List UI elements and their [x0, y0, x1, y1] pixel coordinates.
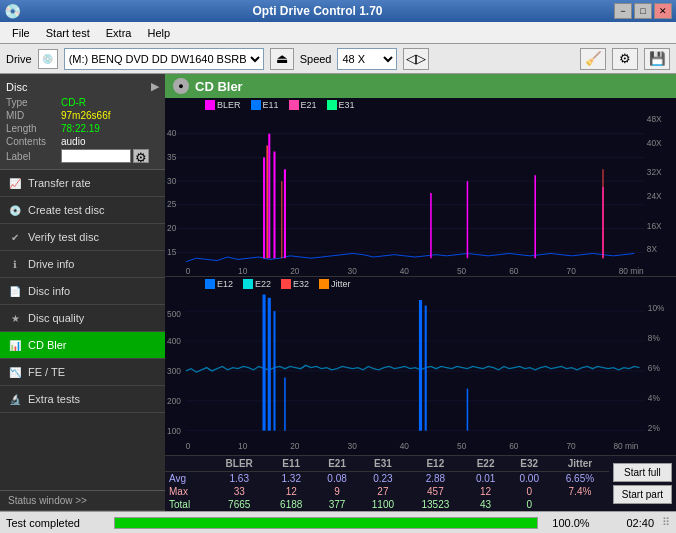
eject-button[interactable]: ⏏ — [270, 48, 294, 70]
sidebar-label-disc-quality: Disc quality — [28, 312, 84, 324]
cell-max-e32: 0 — [507, 485, 551, 498]
svg-text:40X: 40X — [647, 137, 662, 148]
svg-text:4%: 4% — [648, 393, 660, 403]
row-label-total: Total — [165, 498, 211, 511]
sidebar-item-fe-te[interactable]: 📉 FE / TE — [0, 359, 165, 386]
create-test-disc-icon: 💿 — [8, 203, 22, 217]
svg-text:50: 50 — [457, 441, 466, 451]
svg-text:30: 30 — [167, 175, 176, 186]
cell-total-e22: 43 — [464, 498, 508, 511]
start-full-button[interactable]: Start full — [613, 463, 672, 482]
disc-contents-label: Contents — [6, 136, 61, 147]
legend-e12: E12 — [205, 279, 233, 289]
cell-avg-e11: 1.32 — [267, 472, 315, 486]
col-header-bler: BLER — [211, 456, 267, 472]
disc-label-input[interactable] — [61, 149, 131, 163]
legend-e22: E22 — [243, 279, 271, 289]
svg-rect-0 — [165, 110, 676, 276]
sidebar-item-create-test-disc[interactable]: 💿 Create test disc — [0, 197, 165, 224]
svg-text:10: 10 — [238, 265, 247, 276]
disc-contents-value: audio — [61, 136, 85, 147]
svg-text:40: 40 — [400, 265, 409, 276]
sidebar-label-extra-tests: Extra tests — [28, 393, 80, 405]
status-bar: Test completed 100.0% 02:40 ⠿ — [0, 511, 676, 533]
top-chart-container: BLER E11 E21 E31 40 35 — [165, 98, 676, 277]
svg-text:8X: 8X — [647, 244, 657, 255]
cell-total-e21: 377 — [315, 498, 359, 511]
menu-start-test[interactable]: Start test — [38, 25, 98, 41]
row-label-max: Max — [165, 485, 211, 498]
menu-extra[interactable]: Extra — [98, 25, 140, 41]
data-table-wrapper: BLER E11 E21 E31 E12 E22 E32 Jitter Avg — [165, 456, 609, 511]
cell-max-e11: 12 — [267, 485, 315, 498]
col-header-empty — [165, 456, 211, 472]
col-header-jitter: Jitter — [551, 456, 609, 472]
svg-text:40: 40 — [400, 441, 409, 451]
sidebar-label-create-test-disc: Create test disc — [28, 204, 104, 216]
disc-header-label: Disc — [6, 81, 27, 93]
app-icon: 💿 — [4, 3, 21, 19]
menu-help[interactable]: Help — [139, 25, 178, 41]
menu-bar: File Start test Extra Help — [0, 22, 676, 44]
sidebar-menu: 📈 Transfer rate 💿 Create test disc ✔ Ver… — [0, 170, 165, 490]
status-window-button[interactable]: Status window >> — [0, 490, 165, 511]
sidebar-label-drive-info: Drive info — [28, 258, 74, 270]
svg-text:400: 400 — [167, 336, 181, 346]
cell-max-e31: 27 — [359, 485, 407, 498]
cell-total-bler: 7665 — [211, 498, 267, 511]
cell-avg-jitter: 6.65% — [551, 472, 609, 486]
legend-e11: E11 — [251, 100, 279, 110]
cell-total-e12: 13523 — [407, 498, 464, 511]
legend-bler: BLER — [205, 100, 241, 110]
maximize-button[interactable]: □ — [634, 3, 652, 19]
disc-label-row: Label ⚙ — [6, 149, 159, 163]
minimize-button[interactable]: − — [614, 3, 632, 19]
sidebar-item-transfer-rate[interactable]: 📈 Transfer rate — [0, 170, 165, 197]
drive-label: Drive — [6, 53, 32, 65]
disc-contents-row: Contents audio — [6, 136, 159, 147]
sidebar-item-drive-info[interactable]: ℹ Drive info — [0, 251, 165, 278]
bottom-chart-svg: 500 400 300 200 100 — [165, 289, 676, 455]
disc-mid-label: MID — [6, 110, 61, 121]
drive-bar: Drive 💿 (M:) BENQ DVD DD DW1640 BSRB ⏏ S… — [0, 44, 676, 74]
sidebar-item-cd-bler[interactable]: 📊 CD Bler — [0, 332, 165, 359]
menu-file[interactable]: File — [4, 25, 38, 41]
settings-button[interactable]: ⚙ — [612, 48, 638, 70]
sidebar-item-disc-info[interactable]: 📄 Disc info — [0, 278, 165, 305]
col-header-e11: E11 — [267, 456, 315, 472]
svg-text:35: 35 — [167, 151, 176, 162]
disc-label-button[interactable]: ⚙ — [133, 149, 149, 163]
top-chart-svg: 40 35 30 25 20 15 0 10 20 30 40 50 60 70… — [165, 110, 676, 276]
save-button[interactable]: 💾 — [644, 48, 670, 70]
drive-info-icon: ℹ — [8, 257, 22, 271]
sidebar-item-extra-tests[interactable]: 🔬 Extra tests — [0, 386, 165, 413]
sidebar-label-transfer-rate: Transfer rate — [28, 177, 91, 189]
disc-panel: Disc ▶ Type CD-R MID 97m26s66f Length 78… — [0, 74, 165, 170]
svg-text:300: 300 — [167, 366, 181, 376]
window-title: Opti Drive Control 1.70 — [21, 4, 614, 18]
cell-max-e21: 9 — [315, 485, 359, 498]
disc-expand-button[interactable]: ▶ — [151, 80, 159, 93]
svg-text:2%: 2% — [648, 422, 660, 432]
start-part-button[interactable]: Start part — [613, 485, 672, 504]
sidebar-item-disc-quality[interactable]: ★ Disc quality — [0, 305, 165, 332]
col-header-e21: E21 — [315, 456, 359, 472]
svg-text:70: 70 — [567, 441, 576, 451]
svg-text:30: 30 — [348, 265, 357, 276]
table-row-avg: Avg 1.63 1.32 0.08 0.23 2.88 0.01 0.00 6… — [165, 472, 609, 486]
refresh-button[interactable]: ◁▷ — [403, 48, 429, 70]
main-content: Disc ▶ Type CD-R MID 97m26s66f Length 78… — [0, 74, 676, 511]
drive-select[interactable]: (M:) BENQ DVD DD DW1640 BSRB — [64, 48, 264, 70]
svg-text:20: 20 — [290, 265, 299, 276]
disc-type-label: Type — [6, 97, 61, 108]
sidebar-item-verify-test-disc[interactable]: ✔ Verify test disc — [0, 224, 165, 251]
close-button[interactable]: ✕ — [654, 3, 672, 19]
svg-text:70: 70 — [567, 265, 576, 276]
cell-max-e22: 12 — [464, 485, 508, 498]
speed-select[interactable]: 48 X — [337, 48, 397, 70]
sidebar-label-disc-info: Disc info — [28, 285, 70, 297]
svg-text:24X: 24X — [647, 190, 662, 201]
erase-button[interactable]: 🧹 — [580, 48, 606, 70]
svg-text:25: 25 — [167, 199, 176, 210]
disc-info-icon: 📄 — [8, 284, 22, 298]
